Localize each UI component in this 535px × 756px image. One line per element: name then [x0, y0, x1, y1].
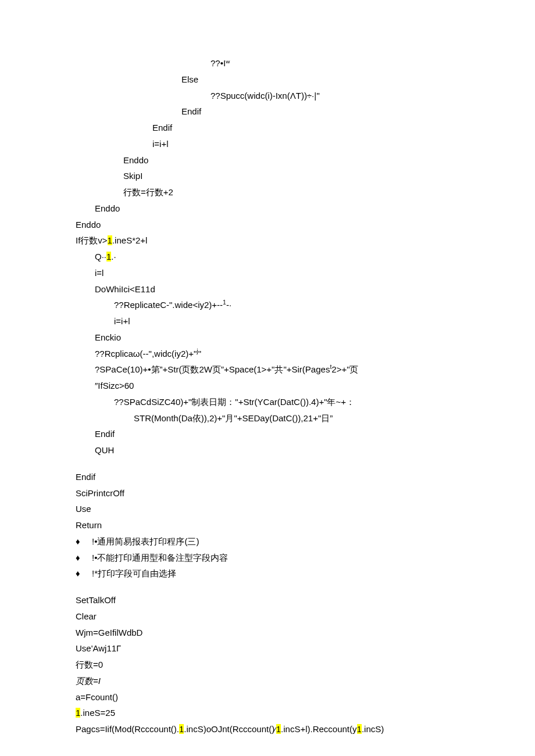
code-line: Endif [76, 103, 459, 120]
list-item-text: !•通用简易报表打印程序(三) [92, 533, 199, 550]
code-line: Else [76, 71, 459, 88]
code-line: SkipI [76, 168, 459, 184]
code-line: ??ReplicateC-".wide<iy2)+--1-· [76, 297, 459, 313]
code-line: 页数=I [76, 673, 459, 689]
bullet-list: ♦!•通用简易报表打印程序(三)♦!•不能打印通用型和备注型字段内容♦!*打印字… [76, 533, 459, 582]
code-line: ??Spucc(widc(i)-Ixn(ΛT))÷·|'' [76, 88, 459, 104]
document-page: ??•IʷElse??Spucc(widc(i)-Ixn(ΛT))÷·|''En… [0, 0, 535, 756]
code-line: Enddo [76, 152, 459, 169]
code-line: ?SPaCe(10)+•第”+Str(页数2W页”+Space(1>+"共"+S… [76, 361, 459, 378]
code-line: 行数=行数+2 [76, 184, 459, 200]
bullet-icon: ♦ [76, 550, 92, 566]
code-line: Endif [76, 426, 459, 442]
code-line: Enckio [76, 329, 459, 346]
list-item-text: !•不能打印通用型和备注型字段内容 [92, 550, 228, 566]
code-line: STR(Month(Da依)),2)+"月"+SEDay(DatC()),21+… [76, 410, 459, 427]
list-item: ♦!•通用简易报表打印程序(三) [76, 533, 459, 550]
code-line: Q··1.· [76, 249, 459, 265]
code-line: ??•Iʷ [76, 55, 459, 71]
code-line: QUH [76, 442, 459, 458]
code-line: Return [76, 517, 459, 533]
list-item: ♦!*打印字段可自由选择 [76, 565, 459, 582]
code-line: Wjm=GeIfilWdbD [76, 625, 459, 641]
bullet-icon: ♦ [76, 533, 92, 550]
code-line: Endif [76, 469, 459, 485]
code-block-aftergap: EndifSciPrintcrOffUseReturn [76, 469, 459, 533]
code-line: i=i+l [76, 136, 459, 152]
code-line: Use [76, 501, 459, 517]
code-line: Enddo [76, 200, 459, 217]
code-line: Use'Awj11Γ [76, 640, 459, 657]
code-line: Endif [76, 120, 459, 136]
bullet-icon: ♦ [76, 565, 92, 582]
code-line: Enddo [76, 217, 459, 233]
code-line: If行数v>1.ineS*2+l [76, 232, 459, 249]
code-line: SciPrintcrOff [76, 485, 459, 501]
code-block-1: ??•IʷElse??Spucc(widc(i)-Ixn(ΛT))÷·|''En… [76, 55, 459, 458]
code-line: DoWhiIci<E11d [76, 281, 459, 298]
code-line: i=l [76, 265, 459, 281]
code-line: ??SPaCdSiZC40)+"制表日期："+Str(YCar(DatC()).… [76, 394, 459, 410]
code-line: ″IfSizc>60 [76, 378, 459, 394]
code-line: ??Rcplicaω(--",widc(iy2)+"j" [76, 346, 459, 362]
code-line: SetTalkOff [76, 592, 459, 608]
code-line: a=Fcount() [76, 689, 459, 705]
list-item-text: !*打印字段可自由选择 [92, 565, 176, 582]
code-line: Pagcs=Iif(Mod(Rcccount().1.incS)oOJnt(Rc… [76, 721, 459, 737]
list-item: ♦!•不能打印通用型和备注型字段内容 [76, 550, 459, 566]
code-line: 行数=0 [76, 657, 459, 673]
code-block-2: SetTalkOffClearWjm=GeIfilWdbDUse'Awj11Γ行… [76, 592, 459, 737]
code-line: 1.ineS=25 [76, 705, 459, 721]
code-line: i=i+l [76, 313, 459, 329]
code-line: Clear [76, 608, 459, 625]
